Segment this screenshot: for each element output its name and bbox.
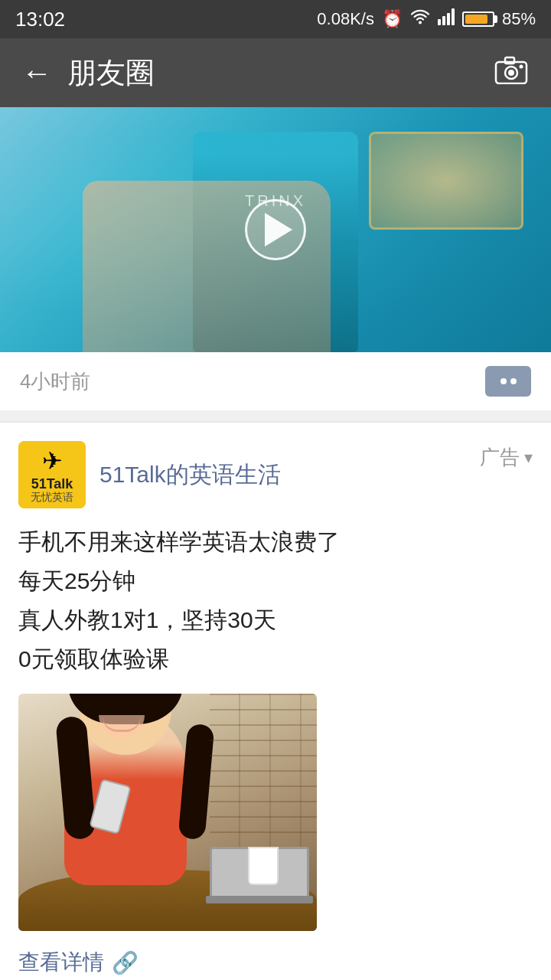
- video-post-time: 4小时前: [20, 368, 90, 395]
- ad-text-line1: 手机不用来这样学英语太浪费了: [18, 529, 340, 554]
- ad-text-line3: 真人外教1对1，坚持30天: [18, 607, 276, 632]
- svg-point-9: [520, 64, 523, 68]
- svg-rect-2: [442, 16, 445, 25]
- ad-post-header: ✈ 51Talk 无忧英语 51Talk的英语生活 广告 ▾: [18, 441, 533, 508]
- link-icon: 🔗: [112, 950, 139, 975]
- ad-label: 广告: [480, 444, 520, 471]
- video-post-footer: 4小时前: [0, 352, 551, 410]
- status-time: 13:02: [15, 8, 65, 31]
- status-right-icons: 0.08K/s ⏰ 85%: [317, 8, 536, 30]
- svg-rect-3: [447, 13, 450, 25]
- camera-button[interactable]: [490, 51, 533, 94]
- ad-post-left: ✈ 51Talk 无忧英语 51Talk的英语生活: [18, 441, 281, 508]
- avatar[interactable]: ✈ 51Talk 无忧英语: [18, 441, 86, 508]
- back-button[interactable]: ←: [18, 54, 55, 91]
- ad-content: 手机不用来这样学英语太浪费了 每天25分钟 真人外教1对1，坚持30天 0元领取…: [18, 522, 533, 678]
- ad-account-name[interactable]: 51Talk的英语生活: [99, 459, 281, 491]
- svg-point-7: [508, 70, 514, 76]
- signal-icon: [438, 8, 455, 30]
- status-bar: 13:02 0.08K/s ⏰ 85%: [0, 0, 551, 38]
- svg-rect-4: [452, 8, 455, 25]
- battery-percent: 85%: [502, 9, 536, 29]
- svg-point-0: [419, 21, 422, 24]
- back-arrow-icon: ←: [21, 57, 52, 88]
- feed: TRINX 4小时前 ✈ 51Talk 无忧英语: [0, 107, 551, 980]
- battery-icon: [462, 11, 494, 27]
- ad-badge: 广告 ▾: [480, 444, 533, 471]
- header: ← 朋友圈: [0, 38, 551, 107]
- ad-image[interactable]: [18, 694, 317, 931]
- ad-dropdown-icon[interactable]: ▾: [524, 448, 533, 468]
- play-triangle-icon: [265, 213, 292, 247]
- ad-post: ✈ 51Talk 无忧英语 51Talk的英语生活 广告 ▾ 手机不用来这样学英…: [0, 423, 551, 980]
- network-speed: 0.08K/s: [317, 9, 374, 29]
- play-button[interactable]: [245, 199, 306, 260]
- ad-text-line2: 每天25分钟: [18, 568, 135, 593]
- svg-rect-8: [505, 57, 514, 64]
- video-thumbnail[interactable]: TRINX: [0, 107, 551, 352]
- video-post: TRINX 4小时前: [0, 107, 551, 410]
- ad-link-text[interactable]: 查看详情: [18, 948, 104, 977]
- alarm-icon: ⏰: [382, 9, 403, 29]
- ad-text-line4: 0元领取体验课: [18, 646, 169, 671]
- page-title: 朋友圈: [67, 54, 490, 93]
- wifi-icon: [410, 8, 430, 30]
- ad-link[interactable]: 查看详情 🔗: [18, 948, 533, 977]
- ad-text: 手机不用来这样学英语太浪费了 每天25分钟 真人外教1对1，坚持30天 0元领取…: [18, 522, 533, 678]
- camera-icon: [494, 55, 528, 91]
- svg-rect-1: [438, 19, 441, 25]
- video-post-more-button[interactable]: [485, 366, 531, 397]
